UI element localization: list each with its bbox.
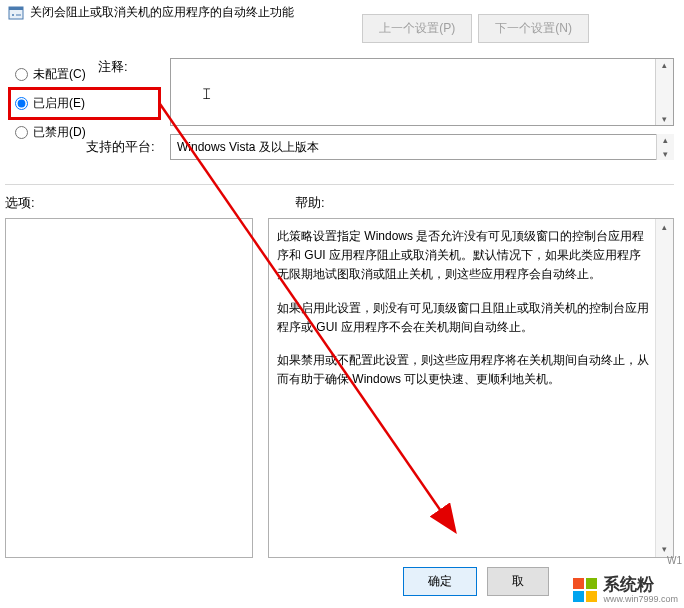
next-setting-button[interactable]: 下一个设置(N)	[478, 14, 589, 43]
policy-icon	[8, 5, 24, 21]
radio-disabled-label: 已禁用(D)	[33, 124, 86, 141]
help-paragraph-3: 如果禁用或不配置此设置，则这些应用程序将在关机期间自动终止，从而有助于确保 Wi…	[277, 351, 649, 389]
watermark: 系统粉 www.win7999.com	[573, 576, 678, 604]
svg-rect-1	[9, 7, 23, 10]
help-scrollbar[interactable]: ▴ ▾	[655, 219, 673, 557]
radio-panel: 未配置(C) 已启用(E) 已禁用(D)	[0, 54, 165, 147]
help-paragraph-2: 如果启用此设置，则没有可见顶级窗口且阻止或取消关机的控制台应用程序或 GUI 应…	[277, 299, 649, 337]
watermark-partial: W1	[667, 555, 682, 566]
radio-disabled-input[interactable]	[15, 126, 28, 139]
platform-scrollbar[interactable]: ▴ ▾	[656, 134, 674, 160]
help-label: 帮助:	[295, 194, 325, 212]
scroll-up-icon[interactable]: ▴	[656, 59, 673, 71]
scroll-up-icon[interactable]: ▴	[656, 219, 673, 235]
watermark-brand: 系统粉	[603, 576, 678, 593]
comment-scrollbar[interactable]: ▴ ▾	[655, 59, 673, 125]
comment-input[interactable]	[171, 59, 655, 125]
dialog-buttons: 确定 取	[403, 567, 549, 596]
window-title: 关闭会阻止或取消关机的应用程序的自动终止功能	[30, 4, 294, 21]
radio-not-configured[interactable]: 未配置(C)	[10, 60, 165, 89]
radio-not-configured-input[interactable]	[15, 68, 28, 81]
svg-point-2	[12, 14, 14, 16]
scroll-down-icon[interactable]: ▾	[657, 148, 674, 160]
scroll-up-icon[interactable]: ▴	[657, 134, 674, 146]
radio-enabled[interactable]: 已启用(E)	[10, 89, 159, 118]
ok-button[interactable]: 确定	[403, 567, 477, 596]
watermark-site: www.win7999.com	[603, 595, 678, 604]
help-paragraph-1: 此策略设置指定 Windows 是否允许没有可见顶级窗口的控制台应用程序和 GU…	[277, 227, 649, 285]
platform-label: 支持的平台:	[86, 138, 155, 156]
windows-logo-icon	[573, 578, 597, 602]
prev-setting-button[interactable]: 上一个设置(P)	[362, 14, 472, 43]
comment-field-wrapper: 𝙸 ▴ ▾	[170, 58, 674, 126]
options-label: 选项:	[5, 194, 35, 212]
section-divider	[5, 184, 674, 185]
nav-button-group: 上一个设置(P) 下一个设置(N)	[362, 14, 589, 43]
scroll-down-icon[interactable]: ▾	[656, 113, 673, 125]
radio-not-configured-label: 未配置(C)	[33, 66, 86, 83]
radio-enabled-input[interactable]	[15, 97, 28, 110]
platform-field-wrapper: Windows Vista 及以上版本 ▴ ▾	[170, 134, 674, 160]
options-panel	[5, 218, 253, 558]
radio-enabled-label: 已启用(E)	[33, 95, 85, 112]
platform-value: Windows Vista 及以上版本	[177, 139, 319, 156]
platform-display: Windows Vista 及以上版本 ▴ ▾	[170, 134, 674, 160]
cancel-button[interactable]: 取	[487, 567, 549, 596]
help-panel: 此策略设置指定 Windows 是否允许没有可见顶级窗口的控制台应用程序和 GU…	[268, 218, 674, 558]
